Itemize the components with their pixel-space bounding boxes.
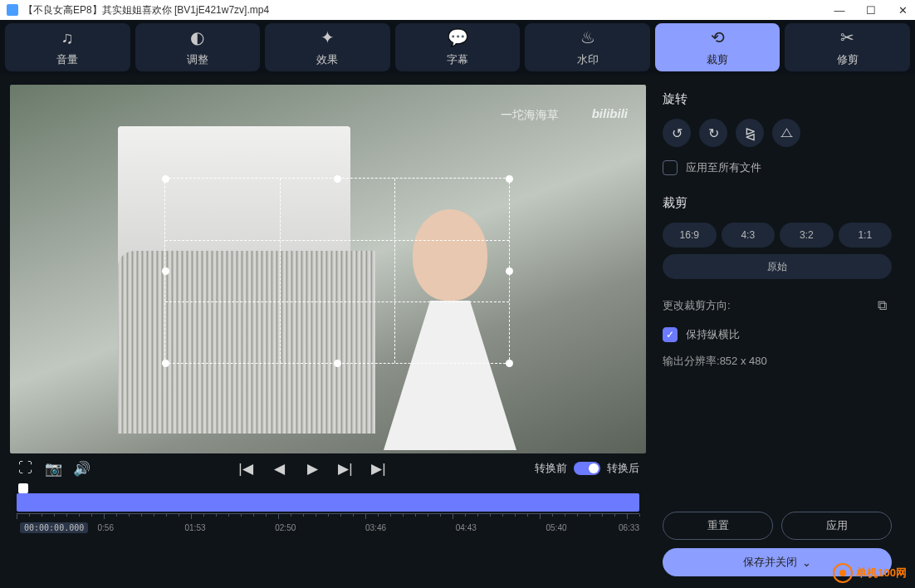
crop-handle-tr[interactable] — [506, 175, 513, 183]
close-button[interactable]: ✕ — [897, 4, 908, 16]
time-label: 06:33 — [619, 523, 639, 532]
timeline-ruler — [17, 513, 639, 522]
app-icon — [7, 4, 18, 16]
ratio-16-9-button[interactable]: 16:9 — [663, 223, 717, 247]
save-close-label: 保存并关闭 — [743, 555, 797, 570]
time-label: 05:40 — [546, 523, 567, 532]
chevron-down-icon: ⌄ — [802, 556, 811, 569]
compare-before-label: 转换前 — [535, 461, 567, 476]
music-note-icon: ♫ — [61, 28, 74, 47]
crop-handle-tl[interactable] — [162, 175, 169, 183]
reset-button[interactable]: 重置 — [663, 512, 773, 540]
tab-adjust[interactable]: ◐ 调整 — [135, 23, 261, 71]
tab-effect[interactable]: ✦ 效果 — [265, 23, 390, 71]
skip-start-button[interactable]: |◀ — [237, 460, 254, 477]
time-label: 02:50 — [275, 523, 296, 532]
crop-handle-bl[interactable] — [162, 360, 169, 367]
site-watermark: 单机100网 — [833, 563, 907, 583]
tab-subtitle[interactable]: 💬 字幕 — [395, 23, 521, 71]
time-label: 04:43 — [456, 523, 477, 532]
tab-volume[interactable]: ♫ 音量 — [5, 23, 130, 71]
video-watermark-text: 一坨海海草 — [501, 108, 559, 123]
flip-horizontal-button[interactable]: ⧎ — [736, 119, 764, 147]
titlebar: 【不良女高EP8】其实姐姐喜欢你 [BV1jE421w7zv].mp4 — ☐ … — [0, 0, 915, 20]
crop-section-title: 裁剪 — [663, 195, 892, 211]
mute-button[interactable]: 🔊 — [73, 460, 90, 477]
crop-handle-ml[interactable] — [162, 267, 169, 275]
player-controls: ⛶ 📷 🔊 |◀ ◀ ▶ ▶| ▶| 转换前 转换后 — [10, 453, 646, 483]
timeline[interactable]: 0:56 01:53 02:50 03:46 04:43 05:40 06:33… — [10, 483, 646, 533]
speech-icon: 💬 — [448, 27, 468, 47]
compare-toggle[interactable] — [574, 462, 600, 475]
next-frame-button[interactable]: ▶| — [337, 460, 354, 477]
tab-watermark[interactable]: ♨ 水印 — [525, 23, 650, 71]
play-button[interactable]: ▶ — [304, 460, 320, 477]
compare-after-label: 转换后 — [607, 461, 639, 476]
rotate-ccw-button[interactable]: ↺ — [663, 119, 691, 147]
crop-selection[interactable] — [164, 178, 510, 364]
snapshot-button[interactable]: 📷 — [45, 460, 61, 477]
minimize-button[interactable]: — — [834, 4, 845, 16]
resolution-value: 852 x 480 — [720, 355, 767, 367]
side-panel: 旋转 ↺ ↻ ⧎ ⧍ 应用至所有文件 裁剪 16:9 4:3 3:2 1:1 原… — [656, 75, 905, 588]
tab-label: 音量 — [56, 52, 78, 67]
keep-aspect-label: 保持纵横比 — [686, 327, 740, 342]
timeline-labels: 0:56 01:53 02:50 03:46 04:43 05:40 06:33 — [17, 523, 639, 537]
stamp-icon: ♨ — [580, 27, 595, 47]
ratio-4-3-button[interactable]: 4:3 — [722, 223, 776, 247]
time-label: 01:53 — [185, 523, 206, 532]
crop-handle-bc[interactable] — [334, 360, 341, 367]
ratio-original-button[interactable]: 原始 — [663, 254, 892, 279]
tab-label: 效果 — [316, 52, 338, 67]
tab-label: 调整 — [187, 52, 208, 67]
crop-handle-br[interactable] — [506, 360, 513, 367]
change-direction-button[interactable]: ⧉ — [872, 296, 892, 316]
site-watermark-icon — [833, 563, 853, 583]
tab-label: 修剪 — [837, 52, 859, 67]
prev-frame-button[interactable]: ◀ — [271, 460, 287, 477]
video-watermark-logo: bilibili — [592, 106, 628, 120]
rotate-section-title: 旋转 — [663, 91, 892, 107]
resolution-label: 输出分辨率: — [663, 355, 720, 367]
tab-label: 水印 — [577, 52, 599, 67]
wand-icon: ✦ — [320, 27, 335, 47]
tab-label: 字幕 — [447, 52, 468, 67]
ratio-1-1-button[interactable]: 1:1 — [839, 223, 893, 247]
timeline-playhead[interactable] — [18, 483, 28, 493]
time-label: 0:56 — [98, 523, 114, 532]
time-label: 03:46 — [365, 523, 386, 532]
rotate-cw-button[interactable]: ↻ — [699, 119, 727, 147]
site-watermark-text: 单机100网 — [856, 566, 907, 581]
tab-crop[interactable]: ⟲ 裁剪 — [655, 23, 780, 71]
maximize-button[interactable]: ☐ — [865, 4, 877, 16]
apply-all-checkbox[interactable] — [663, 160, 678, 175]
change-direction-label: 更改裁剪方向: — [663, 298, 731, 313]
ratio-3-2-button[interactable]: 3:2 — [780, 223, 834, 247]
crop-icon: ⟲ — [711, 27, 725, 47]
apply-all-label: 应用至所有文件 — [686, 160, 761, 175]
skip-end-button[interactable]: ▶| — [370, 460, 387, 477]
flip-vertical-button[interactable]: ⧍ — [772, 119, 800, 147]
crop-handle-mr[interactable] — [506, 267, 513, 275]
main-toolbar: ♫ 音量 ◐ 调整 ✦ 效果 💬 字幕 ♨ 水印 ⟲ 裁剪 ✂ 修剪 — [0, 20, 915, 75]
scissors-icon: ✂ — [840, 27, 854, 47]
window-title: 【不良女高EP8】其实姐姐喜欢你 [BV1jE421w7zv].mp4 — [23, 3, 834, 17]
contrast-icon: ◐ — [190, 27, 204, 47]
keep-aspect-checkbox[interactable]: ✓ — [663, 327, 678, 342]
timecode-display: 00:00:00.000 — [20, 522, 88, 533]
video-preview[interactable]: 一坨海海草 bilibili — [10, 85, 646, 453]
crop-handle-tc[interactable] — [334, 175, 341, 183]
fullscreen-button[interactable]: ⛶ — [17, 460, 33, 477]
timeline-track[interactable] — [17, 493, 639, 512]
tab-label: 裁剪 — [707, 52, 728, 67]
tab-trim[interactable]: ✂ 修剪 — [785, 23, 910, 71]
preview-area: 一坨海海草 bilibili ⛶ 📷 🔊 — [0, 75, 656, 588]
apply-button[interactable]: 应用 — [781, 512, 892, 540]
